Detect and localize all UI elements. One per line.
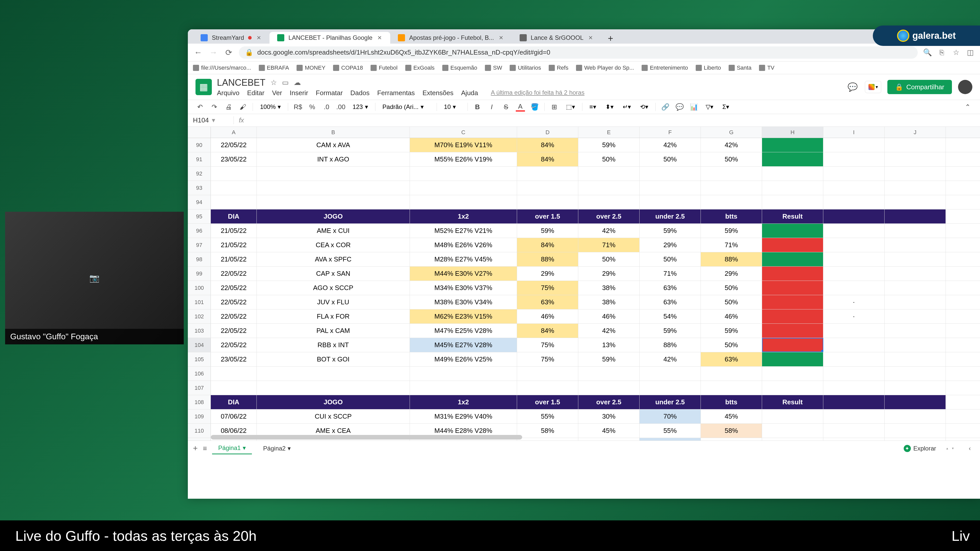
cell[interactable]: 55%	[640, 424, 701, 438]
cell[interactable]: 58%	[701, 424, 762, 438]
zoom-icon[interactable]: 🔍	[923, 48, 932, 57]
cell[interactable]	[762, 267, 823, 281]
cell[interactable]: 21/05/22	[211, 224, 257, 238]
collapse-toolbar-icon[interactable]: ⌃	[963, 102, 972, 111]
row-header[interactable]: 107	[188, 381, 211, 395]
cell[interactable]	[762, 338, 823, 352]
row-header[interactable]: 95	[188, 210, 211, 224]
cell[interactable]	[257, 195, 410, 209]
table-row[interactable]: 106	[188, 367, 980, 381]
strike-button[interactable]: S	[501, 102, 511, 111]
cell[interactable]: JOGO	[257, 210, 410, 224]
dec-increase-button[interactable]: .00	[336, 102, 345, 111]
cell[interactable]: AGO x SCCP	[257, 281, 410, 295]
cell[interactable]	[762, 410, 823, 424]
cell[interactable]	[640, 167, 701, 181]
cell[interactable]: 70%	[640, 410, 701, 424]
tab-close-icon[interactable]: ×	[376, 35, 383, 41]
cell[interactable]: 71%	[701, 238, 762, 252]
cell[interactable]: 88%	[517, 252, 578, 266]
cell[interactable]: M31% E29% V40%	[410, 410, 517, 424]
cell[interactable]: under 2.5	[640, 210, 701, 224]
row-header[interactable]: 109	[188, 410, 211, 424]
cell[interactable]	[823, 252, 885, 266]
table-row[interactable]: 95DIA JOGO 1x2 over 1.5 over 2.5 under 2…	[188, 210, 980, 224]
table-row[interactable]: 9821/05/22 AVA x SPFC M28% E27% V45% 88%…	[188, 252, 980, 267]
row-header[interactable]: 101	[188, 295, 211, 309]
cell[interactable]: 50%	[701, 281, 762, 295]
cell[interactable]: 45%	[578, 438, 640, 441]
cell[interactable]: M49% E26% V25%	[410, 352, 517, 366]
cell[interactable]	[762, 381, 823, 395]
cell[interactable]	[823, 281, 885, 295]
cell[interactable]: 63%	[517, 295, 578, 309]
cell[interactable]: M38% E30% V34%	[410, 295, 517, 309]
cell[interactable]: M52% E27% V21%	[410, 224, 517, 238]
cell[interactable]: 42%	[640, 352, 701, 366]
cell[interactable]: 55%	[517, 438, 578, 441]
grid-body[interactable]: WR 09: 30% TWR: 44% 9022/05/22 CAM x AVA…	[188, 138, 980, 441]
cell[interactable]: under 2.5	[640, 395, 701, 409]
cell[interactable]	[823, 438, 885, 441]
menu-arquivo[interactable]: Arquivo	[217, 89, 239, 97]
col-header-A[interactable]: A	[211, 127, 257, 138]
cell[interactable]: 50%	[701, 152, 762, 166]
row-header[interactable]: 90	[188, 138, 211, 152]
col-header-J[interactable]: J	[885, 127, 946, 138]
cell[interactable]: 1x2	[410, 395, 517, 409]
wrap-button[interactable]: ↵▾	[620, 103, 633, 110]
doc-move-icon[interactable]: ▭	[282, 78, 289, 87]
row-header[interactable]: 106	[188, 367, 211, 381]
cell[interactable]: 58%	[517, 424, 578, 438]
cell[interactable]: 23/05/22	[211, 352, 257, 366]
cell[interactable]: 59%	[517, 224, 578, 238]
table-row[interactable]: 10022/05/22 AGO x SCCP M34% E30% V37% 75…	[188, 281, 980, 295]
cell[interactable]	[885, 352, 946, 366]
paint-format-button[interactable]: 🖌	[239, 102, 248, 111]
cell[interactable]: 42%	[640, 138, 701, 152]
cell[interactable]: CUI x SCCP	[257, 410, 410, 424]
cell[interactable]	[823, 224, 885, 238]
zoom-select[interactable]: 100% ▾	[258, 103, 283, 110]
formula-input[interactable]	[249, 114, 980, 127]
bookmark-item[interactable]: MONEY	[297, 65, 325, 71]
rotate-button[interactable]: ⟲▾	[638, 103, 650, 110]
dec-decrease-button[interactable]: .0	[322, 102, 331, 111]
cell[interactable]: 22/05/22	[211, 267, 257, 281]
cell[interactable]: 59%	[578, 352, 640, 366]
cell[interactable]: CAP x SAN	[257, 267, 410, 281]
col-header-E[interactable]: E	[578, 127, 640, 138]
cell[interactable]	[410, 181, 517, 195]
cell[interactable]: M45% E27% V28%	[410, 338, 517, 352]
cell[interactable]: 50%	[578, 152, 640, 166]
bookmark-item[interactable]: TV	[759, 65, 774, 71]
cell[interactable]: 33%	[701, 438, 762, 441]
cell[interactable]: 88%	[701, 252, 762, 266]
cell[interactable]: 84%	[517, 238, 578, 252]
explore-button[interactable]: ✦ Explorar	[899, 443, 941, 454]
back-button[interactable]: ←	[193, 48, 203, 58]
cell[interactable]	[762, 424, 823, 438]
cell[interactable]: 63%	[640, 295, 701, 309]
cell[interactable]: M47% E25% V28%	[410, 324, 517, 338]
cell[interactable]	[885, 410, 946, 424]
cell[interactable]	[257, 367, 410, 381]
cell[interactable]	[701, 195, 762, 209]
halign-button[interactable]: ≡▾	[587, 103, 598, 110]
bookmark-item[interactable]: ExGoals	[405, 65, 434, 71]
cell[interactable]: 50%	[578, 252, 640, 266]
cell[interactable]: 1x2	[410, 210, 517, 224]
cell[interactable]: INT x AGO	[257, 152, 410, 166]
cell[interactable]	[701, 181, 762, 195]
cell[interactable]: PAL x CAM	[257, 324, 410, 338]
cell[interactable]	[885, 438, 946, 441]
cell[interactable]: FLA x FOR	[257, 310, 410, 324]
user-avatar[interactable]	[958, 80, 972, 94]
bookmark-item[interactable]: Web Player do Sp...	[576, 65, 634, 71]
doc-cloud-icon[interactable]: ☁	[294, 78, 301, 87]
fill-color-button[interactable]: 🪣	[530, 102, 539, 111]
cell[interactable]	[640, 367, 701, 381]
cell[interactable]: Result	[762, 395, 823, 409]
borders-button[interactable]: ⊞	[550, 102, 559, 111]
cell[interactable]: over 2.5	[578, 395, 640, 409]
